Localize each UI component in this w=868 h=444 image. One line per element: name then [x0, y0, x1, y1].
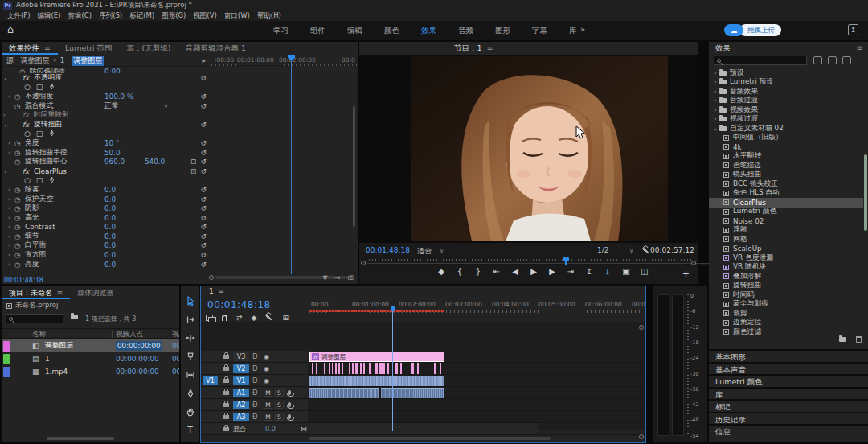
reset-parameter-icon[interactable]: ↺ [200, 139, 207, 147]
pen-mask-icon[interactable] [48, 83, 55, 92]
solo-button[interactable]: S [275, 401, 284, 409]
filter-properties-icon[interactable]: ▼ [322, 274, 327, 282]
effect-row-细节[interactable]: ›◷细节0.0↺ [2, 232, 209, 241]
sync-lock-icon[interactable]: Ð [252, 376, 258, 384]
play-icon[interactable]: ▶ [529, 267, 538, 276]
column-clipped[interactable]: 视频出点 [172, 330, 179, 339]
tree-item-镜头扭曲[interactable]: 镜头扭曲 [709, 171, 863, 180]
selection-tool[interactable] [186, 296, 195, 306]
effect-row-防闪烁滤镜[interactable]: ◷防闪烁滤镜0.00 [2, 68, 209, 73]
effect-row-时间重映射[interactable]: ›fx时间重映射 [2, 110, 209, 120]
toggle-animation-icon[interactable]: ◷ [14, 241, 24, 249]
track-target-A2[interactable]: A2 [233, 401, 249, 409]
toggle-animation-icon[interactable]: ◷ [14, 158, 24, 166]
effect-row-白平衡[interactable]: ›◷白平衡0.0↺ [2, 241, 209, 251]
effects-search-input[interactable] [714, 56, 807, 65]
tree-item-杂色 HLS 自动[interactable]: 杂色 HLS 自动 [709, 189, 863, 199]
toggle-animation-icon[interactable]: ◷ [14, 251, 24, 259]
voiceover-record-icon[interactable] [288, 414, 291, 419]
track-output-eye-icon[interactable]: ◉ [264, 377, 269, 384]
step-back-icon[interactable]: ◀ [510, 267, 520, 276]
tree-item-裁剪[interactable]: 裁剪 [709, 309, 863, 319]
tree-item-蒙尘与划痕[interactable]: 蒙尘与划痕 [709, 300, 863, 310]
effect-controls-source-row[interactable]: 源 · 调整图层 ∨ 1 · 调整图层 ▸ [2, 55, 211, 67]
rect-mask-icon[interactable]: □ [36, 83, 43, 92]
workspace-tab-学习[interactable]: 学习 [273, 21, 289, 40]
timeline-playhead[interactable] [392, 309, 393, 431]
menu-item[interactable]: 视图(V) [193, 11, 216, 21]
project-breadcrumb[interactable]: 未命名.prproj [6, 301, 58, 310]
project-row-1[interactable]: ▤100:00:00:0000:00:00:00 [2, 352, 179, 365]
panel-tab-历史记录[interactable]: 历史记录 [709, 412, 868, 425]
zoom-handle-right[interactable] [691, 261, 696, 265]
tree-item-ClearPlus[interactable]: ClearPlus [709, 198, 863, 208]
lock-icon[interactable] [223, 379, 229, 383]
toggle-animation-icon[interactable]: ◷ [14, 261, 24, 269]
nest-insert-icon[interactable] [206, 314, 213, 321]
effect-row-角度[interactable]: ›◷角度10 °↺ [2, 138, 209, 148]
sync-lock-icon[interactable]: Ð [252, 413, 258, 421]
reset-parameter-icon[interactable]: ↺ [200, 186, 207, 194]
effect-controls-mini-timeline[interactable]: :00:0000:01:00:0000:02:00:0000:0 [211, 55, 358, 274]
effect-row-旋转扭曲半径[interactable]: ›◷旋转扭曲半径50.0↺ [2, 148, 209, 158]
effect-row-除雾[interactable]: ›◷除雾0.0↺ [2, 185, 209, 195]
mute-button[interactable]: M [264, 413, 272, 421]
add-marker-icon[interactable]: ◆ [252, 314, 257, 322]
step-forward-icon[interactable]: ▶ [547, 267, 557, 276]
effect-row-旋转扭曲[interactable]: ⌄fx旋转扭曲↺ [2, 120, 209, 130]
effect-row-旋转扭曲中心[interactable]: ◷旋转扭曲中心960.0540.0⊡↺ [2, 157, 209, 166]
reset-parameter-icon[interactable]: ↺ [200, 204, 207, 212]
workspace-tab-颜色[interactable]: 颜色 [384, 21, 399, 40]
zoom-handle-left[interactable] [361, 261, 366, 265]
workspace-tab-效果[interactable]: 效果 [421, 21, 436, 40]
panel-tab-基本声音[interactable]: 基本声音 [709, 362, 868, 375]
accelerated-effects-filter-icon[interactable] [813, 56, 822, 64]
export-frame-icon[interactable]: ▣ [621, 267, 631, 276]
reset-parameter-icon[interactable]: ↺ [200, 92, 207, 101]
pen-mask-icon[interactable] [48, 176, 55, 185]
effect-row-高光[interactable]: ›◷高光0.0↺ [2, 213, 209, 223]
hand-tool[interactable] [186, 407, 195, 417]
keyframe-add-icon[interactable]: ⊡ [190, 158, 196, 166]
v1-video-clip[interactable] [309, 376, 444, 386]
tree-item-BCC 镜头校正[interactable]: BCC 镜头校正 [709, 179, 863, 189]
type-tool[interactable]: T [187, 426, 193, 435]
program-scrub-bar[interactable] [359, 257, 698, 267]
label-color-chip[interactable] [3, 367, 10, 377]
yuv-effects-filter-icon[interactable] [842, 56, 851, 64]
ellipse-mask-icon[interactable]: ○ [24, 130, 31, 138]
effect-row-亮度[interactable]: ›◷亮度0.0↺ [2, 260, 209, 269]
mark-in-icon[interactable]: { [455, 267, 465, 276]
ellipse-mask-icon[interactable]: ○ [24, 83, 31, 92]
program-playhead[interactable] [565, 257, 567, 265]
tree-item-旋转扭曲[interactable]: 旋转扭曲 [709, 282, 863, 291]
sync-lock-icon[interactable]: Ð [252, 352, 258, 360]
project-row-调整图层[interactable]: ◧调整图层00:00:00:0000:00:00:00 [2, 339, 179, 352]
project-tab[interactable]: 项目：未命名 ≡ [2, 286, 70, 299]
panel-tab-基本图形[interactable]: 基本图形 [709, 349, 868, 362]
box-icon[interactable]: ⊡ [347, 274, 353, 282]
panel-tab[interactable]: 效果控件 ≡ [2, 42, 58, 55]
snap-icon[interactable] [222, 314, 227, 321]
workspace-tab-音频[interactable]: 音频 [458, 21, 473, 40]
tree-item-Noise 02[interactable]: Noise 02 [709, 216, 863, 226]
effect-setup-icon[interactable]: ⊡ [190, 167, 196, 175]
column-video-in[interactable]: 视频入点 [116, 330, 143, 339]
quick-export-icon[interactable]: ↥ [848, 24, 858, 35]
timeline-hscrollbar[interactable] [309, 437, 551, 440]
sync-lock-icon[interactable]: Ð [252, 364, 258, 372]
lock-icon[interactable] [223, 355, 229, 359]
v2-clip-fragments[interactable] [309, 363, 444, 374]
sync-lock-icon[interactable]: Ð [252, 401, 258, 409]
toggle-animation-icon[interactable]: ◷ [14, 214, 24, 222]
menu-item[interactable]: 序列(S) [99, 11, 122, 21]
tree-item-水平翻转[interactable]: 水平翻转 [709, 152, 863, 162]
pen-mask-icon[interactable] [48, 130, 55, 138]
reset-parameter-icon[interactable]: ↺ [200, 214, 207, 222]
reset-parameter-icon[interactable]: ↺ [200, 241, 207, 249]
ellipse-mask-icon[interactable]: ○ [24, 176, 31, 185]
menu-item[interactable]: 编辑(E) [38, 11, 61, 21]
pen-tool[interactable] [186, 388, 195, 399]
program-timecode[interactable]: 00:01:48:18 [366, 246, 410, 254]
ripple-edit-tool[interactable] [186, 333, 195, 343]
